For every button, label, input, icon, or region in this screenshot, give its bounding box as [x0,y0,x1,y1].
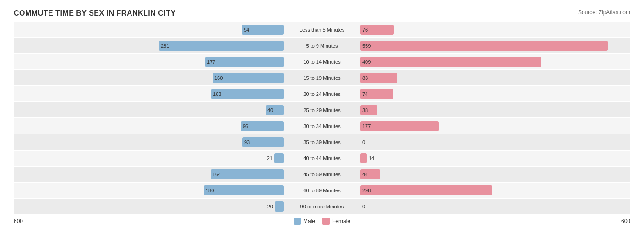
female-bar: 409 [360,57,541,67]
row-label: 45 to 59 Minutes [285,172,359,177]
male-label: Male [303,218,315,224]
male-value: 281 [159,43,171,49]
female-bar: 44 [360,169,380,179]
female-value: 44 [360,172,370,177]
source-label: Source: ZipAtlas.com [578,9,630,16]
female-value: 74 [360,91,370,97]
female-swatch [322,218,330,225]
female-value: 559 [360,43,372,49]
row-label: 5 to 9 Minutes [285,43,359,49]
male-bar: 40 [266,105,284,115]
female-bar: 83 [360,73,397,83]
left-section: 20 [14,201,285,212]
chart-row: 281 5 to 9 Minutes 559 [14,38,630,53]
row-label: 90 or more Minutes [285,204,359,209]
chart-row: 163 20 to 24 Minutes 74 [14,86,630,101]
chart-title: COMMUTE TIME BY SEX IN FRANKLIN CITY [14,9,630,17]
row-label: 40 to 44 Minutes [285,156,359,161]
male-swatch [294,218,301,225]
male-value: 20 [259,204,273,209]
female-value: 409 [360,59,372,65]
chart-row: 94 Less than 5 Minutes 76 [14,22,630,37]
male-value: 160 [213,75,224,81]
male-bar: 94 [242,25,284,35]
chart-row: 180 60 to 89 Minutes 298 [14,183,630,198]
row-label: 20 to 24 Minutes [285,91,359,97]
female-bar: 559 [360,41,608,51]
male-value: 40 [266,107,275,113]
row-label: Less than 5 Minutes [285,27,359,33]
male-bar: 93 [242,137,284,147]
male-value: 180 [204,188,216,193]
male-bar [275,201,284,212]
right-section: 0 [359,201,630,212]
chart-row: 160 15 to 19 Minutes 83 [14,70,630,85]
row-label: 60 to 89 Minutes [285,188,359,193]
legend: Male Female [294,218,350,225]
female-label: Female [332,218,350,224]
legend-male: Male [294,218,315,225]
male-bar [274,153,284,163]
right-section: 177 [359,121,630,131]
male-value: 177 [205,59,217,65]
right-section: 0 [359,137,630,147]
female-bar: 38 [360,105,377,115]
female-value: 0 [362,140,376,145]
male-value: 164 [211,172,223,177]
male-bar: 180 [204,185,284,195]
female-value: 38 [360,107,370,113]
right-section: 14 [359,153,630,163]
male-value: 93 [242,140,251,145]
left-section: 177 [14,57,285,67]
right-section: 74 [359,89,630,99]
left-section: 281 [14,41,285,51]
left-section: 21 [14,153,285,163]
female-value: 298 [360,188,372,193]
female-bar: 74 [360,89,393,99]
male-value: 21 [259,156,273,161]
left-section: 93 [14,137,285,147]
left-section: 94 [14,25,285,35]
left-section: 163 [14,89,285,99]
chart-area: 94 Less than 5 Minutes 76 281 5 to 9 Min… [14,22,630,225]
chart-row: 20 90 or more Minutes 0 [14,199,630,214]
female-bar: 177 [360,121,439,131]
left-section: 164 [14,169,285,179]
female-value: 14 [369,156,382,161]
row-label: 30 to 34 Minutes [285,123,359,129]
left-section: 40 [14,105,285,115]
male-value: 94 [242,27,251,33]
right-section: 559 [359,41,630,51]
chart-row: 93 35 to 39 Minutes 0 [14,134,630,150]
male-value: 163 [211,91,223,97]
male-bar: 281 [159,41,284,51]
female-value: 0 [362,204,376,209]
female-bar: 298 [360,185,492,195]
row-label: 10 to 14 Minutes [285,59,359,65]
chart-row: 40 25 to 29 Minutes 38 [14,102,630,117]
right-section: 409 [359,57,630,67]
female-bar: 76 [360,25,394,35]
chart-row: 21 40 to 44 Minutes 14 [14,151,630,166]
row-label: 15 to 19 Minutes [285,75,359,81]
female-value: 83 [360,75,370,81]
male-bar: 177 [205,57,284,67]
left-section: 160 [14,73,285,83]
right-section: 83 [359,73,630,83]
chart-row: 177 10 to 14 Minutes 409 [14,54,630,69]
female-value: 76 [360,27,370,33]
right-section: 44 [359,169,630,179]
male-bar: 160 [213,73,284,83]
right-section: 298 [359,185,630,195]
female-value: 177 [360,123,372,129]
male-value: 96 [241,123,250,129]
left-axis-label: 600 [14,218,23,224]
male-bar: 164 [211,169,284,179]
row-label: 25 to 29 Minutes [285,107,359,113]
legend-female: Female [322,218,350,225]
row-label: 35 to 39 Minutes [285,140,359,145]
left-section: 96 [14,121,285,131]
right-axis-label: 600 [621,218,630,224]
male-bar: 96 [241,121,284,131]
female-bar [360,153,367,163]
